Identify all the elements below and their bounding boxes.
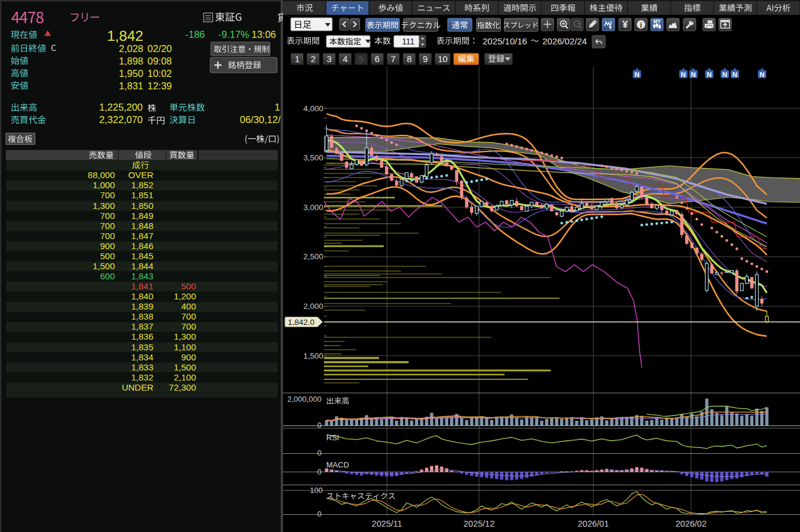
- svg-text:0: 0: [317, 510, 322, 518]
- svg-text:OVER: OVER: [128, 170, 153, 180]
- svg-text:6: 6: [375, 54, 380, 64]
- svg-text:500: 500: [181, 281, 196, 291]
- svg-text:2026/02: 2026/02: [676, 519, 706, 528]
- svg-text:8: 8: [407, 54, 412, 64]
- svg-text:400: 400: [181, 301, 196, 311]
- svg-text:5: 5: [359, 54, 364, 64]
- svg-text:-186: -186: [185, 29, 205, 40]
- svg-text:09:08: 09:08: [147, 56, 172, 66]
- svg-text:1,840: 1,840: [131, 291, 153, 301]
- svg-text:1,845: 1,845: [131, 251, 153, 261]
- svg-text:N: N: [732, 71, 737, 78]
- svg-text:10:02: 10:02: [147, 68, 172, 79]
- svg-text:1: 1: [275, 102, 280, 112]
- svg-text:1,835: 1,835: [131, 342, 153, 352]
- svg-text:100: 100: [310, 486, 323, 495]
- svg-text:2,100: 2,100: [174, 372, 196, 382]
- svg-text:-9.17%: -9.17%: [219, 29, 250, 40]
- svg-text:1,847: 1,847: [131, 231, 153, 241]
- svg-text:700: 700: [100, 231, 115, 241]
- svg-text:2,500: 2,500: [303, 252, 323, 261]
- svg-text:1,300: 1,300: [92, 201, 115, 211]
- svg-text:1,842: 1,842: [107, 28, 143, 44]
- svg-text:1,950: 1,950: [119, 68, 143, 79]
- svg-text:N: N: [635, 71, 640, 78]
- svg-text:1,848: 1,848: [131, 221, 153, 231]
- svg-text:1,300: 1,300: [174, 331, 196, 341]
- svg-text:2025/10/16: 2025/10/16: [483, 36, 527, 46]
- svg-text:1,831: 1,831: [119, 80, 143, 91]
- svg-text:1,500: 1,500: [174, 362, 196, 372]
- svg-text:1,000: 1,000: [92, 180, 115, 190]
- svg-text:1,852: 1,852: [131, 180, 153, 190]
- svg-text:2,322,070: 2,322,070: [99, 114, 143, 125]
- svg-text:2,000,000: 2,000,000: [287, 395, 322, 404]
- svg-text:700: 700: [181, 321, 196, 331]
- svg-text:88,000: 88,000: [88, 170, 115, 180]
- svg-text:1,833: 1,833: [131, 362, 153, 372]
- svg-text:1,850: 1,850: [131, 201, 153, 211]
- svg-text:2026/01: 2026/01: [578, 519, 609, 528]
- svg-text:700: 700: [100, 221, 115, 231]
- svg-text:2,000: 2,000: [303, 302, 323, 311]
- svg-text:3,500: 3,500: [303, 153, 323, 162]
- svg-text:N: N: [760, 71, 764, 78]
- svg-text:1,837: 1,837: [131, 321, 153, 331]
- svg-text:1,839: 1,839: [131, 301, 153, 311]
- svg-text:700: 700: [100, 190, 115, 200]
- svg-text:4: 4: [343, 54, 348, 64]
- svg-text:0: 0: [317, 421, 322, 430]
- svg-text:7: 7: [391, 54, 396, 64]
- svg-text:1,225,200: 1,225,200: [99, 102, 143, 112]
- svg-text:600: 600: [100, 271, 115, 281]
- svg-text:1,500: 1,500: [92, 261, 115, 271]
- svg-text:3: 3: [327, 54, 332, 64]
- svg-text:3,000: 3,000: [303, 203, 323, 212]
- svg-text:1,849: 1,849: [131, 211, 153, 221]
- svg-text:12:39: 12:39: [147, 80, 172, 91]
- svg-text:N: N: [722, 71, 727, 78]
- svg-text:700: 700: [181, 311, 196, 321]
- svg-text:900: 900: [100, 241, 115, 251]
- svg-text:2,028: 2,028: [119, 43, 143, 54]
- svg-text:1,100: 1,100: [174, 342, 196, 352]
- svg-text:1,844: 1,844: [131, 261, 153, 271]
- svg-text:1,832: 1,832: [131, 372, 153, 382]
- svg-text:1,841: 1,841: [131, 281, 153, 291]
- svg-text:02/20: 02/20: [147, 43, 172, 54]
- svg-text:1,836: 1,836: [131, 331, 153, 341]
- svg-text:MACD: MACD: [326, 460, 349, 469]
- svg-text:72,300: 72,300: [169, 382, 196, 392]
- svg-text:111: 111: [402, 37, 415, 46]
- svg-text:900: 900: [181, 352, 196, 362]
- svg-text:¥: ¥: [622, 19, 628, 30]
- svg-text:1,834: 1,834: [131, 352, 153, 362]
- svg-text:1,200: 1,200: [174, 291, 196, 301]
- svg-text:1,898: 1,898: [119, 56, 143, 66]
- svg-text:1,846: 1,846: [131, 241, 153, 251]
- svg-text:1,843: 1,843: [131, 271, 153, 281]
- svg-text:9: 9: [423, 54, 428, 64]
- svg-text:1: 1: [295, 54, 300, 64]
- svg-text:2025/12: 2025/12: [464, 519, 494, 528]
- svg-text:500: 500: [100, 251, 115, 261]
- svg-text:1,500: 1,500: [303, 352, 323, 360]
- svg-text:4,000: 4,000: [303, 104, 323, 113]
- svg-text:N: N: [681, 71, 686, 78]
- svg-text:2: 2: [311, 54, 316, 64]
- svg-text:i: i: [640, 21, 642, 30]
- svg-text:N: N: [707, 71, 712, 78]
- svg-text:1,842.0: 1,842.0: [288, 318, 314, 327]
- svg-text:2026/02/24: 2026/02/24: [542, 36, 587, 46]
- svg-text:0: 0: [317, 467, 322, 476]
- svg-text:N: N: [691, 71, 696, 78]
- svg-text:1,838: 1,838: [131, 311, 153, 321]
- svg-text:10: 10: [438, 54, 448, 64]
- svg-text:13:06: 13:06: [252, 29, 276, 40]
- svg-text:UNDER: UNDER: [122, 382, 154, 392]
- svg-text:2025/11: 2025/11: [372, 519, 402, 528]
- svg-text:0: 0: [317, 449, 322, 457]
- svg-text:1,851: 1,851: [131, 190, 153, 200]
- svg-text:700: 700: [100, 211, 115, 221]
- svg-text:RSI: RSI: [326, 433, 339, 442]
